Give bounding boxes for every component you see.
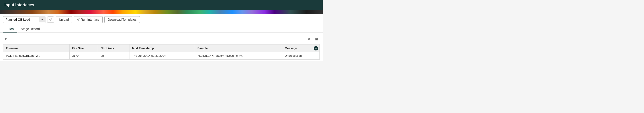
interface-dropdown[interactable]: Planned OB Load [3,17,39,23]
decorative-banner [0,10,323,14]
download-templates-button[interactable]: Download Templates [104,16,140,23]
app-title: Input Interfaces [4,3,34,7]
interface-dropdown-wrapper[interactable]: Planned OB Load ▼ [3,16,46,23]
tab-stage-record[interactable]: Stage Record [17,25,44,33]
table-row: POL_PlannedOBLoad_2...317988Thu Jun 20 1… [3,52,320,60]
tabs-bar: Files Stage Record [0,25,323,33]
files-table: Filename File Size Nbr Lines Mod Timesta… [3,44,320,60]
refresh-button[interactable]: ↺ [47,17,54,23]
run-interface-button[interactable]: ↺ Run Interface [74,16,103,23]
table-header-row: Filename File Size Nbr Lines Mod Timesta… [3,44,320,52]
col-filename: Filename [3,44,70,52]
cell-sample: <LgfData> <Header> <DocumentV... [195,52,282,60]
col-filesize: File Size [70,44,98,52]
table-export-button[interactable]: ⊞ [314,36,319,42]
col-modtimestamp: Mod Timestamp [129,44,195,52]
cell-filename: POL_PlannedOBLoad_2... [3,52,70,60]
col-nbrlines: Nbr Lines [98,44,130,52]
table-toolbar-right: ✕ ⊞ [307,36,319,42]
cell-message: Unprocessed [282,52,320,60]
dropdown-arrow-button[interactable]: ▼ [39,17,45,22]
cell-filesize: 3179 [70,52,98,60]
cell-nbrlines: 88 [98,52,130,60]
upload-button[interactable]: Upload [56,16,72,23]
table-area: ↺ ✕ ⊞ Filename File Size Nbr Lines Mod T… [0,33,323,61]
table-toolbar-left: ↺ [4,36,9,42]
col-message: Message + [282,44,320,52]
app-header: Input Interfaces [0,0,323,10]
table-refresh-button[interactable]: ↺ [4,36,9,42]
cell-modtimestamp: Thu Jun 20 14:51:31 2024 [129,52,195,60]
tab-files[interactable]: Files [3,25,17,33]
col-sample: Sample [195,44,282,52]
table-delete-button[interactable]: ✕ [307,36,312,42]
table-toolbar: ↺ ✕ ⊞ [3,35,320,43]
add-row-button[interactable]: + [314,46,318,50]
toolbar: Planned OB Load ▼ ↺ Upload ↺ Run Interfa… [0,14,323,25]
